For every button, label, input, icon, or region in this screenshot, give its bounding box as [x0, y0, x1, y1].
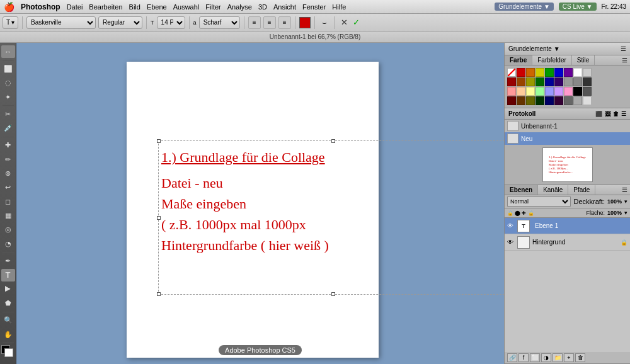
color-swatch-r3-6[interactable]	[554, 87, 563, 96]
antialiasing-select[interactable]: Scharf	[199, 16, 240, 29]
color-swatch-blue[interactable]	[554, 68, 563, 77]
color-swatch-r4-7[interactable]	[564, 96, 573, 105]
color-swatch-r4-5[interactable]	[545, 96, 554, 105]
path-select-tool[interactable]: ⯈	[1, 283, 15, 295]
panel-options-icon[interactable]: ☰	[619, 55, 630, 65]
gradient-tool[interactable]: ▦	[1, 209, 15, 222]
background-color[interactable]	[4, 348, 13, 357]
eye-icon-hintergrund[interactable]: 👁	[507, 239, 515, 246]
color-swatch-r3-3[interactable]	[526, 87, 535, 96]
cs-live-button[interactable]: CS Live ▼	[559, 3, 597, 11]
eye-icon-ebene1[interactable]: 👁	[507, 222, 515, 229]
add-mask-button[interactable]: ⬜	[530, 353, 540, 362]
quick-select-tool[interactable]: ✦	[1, 91, 15, 103]
tool-preset-button[interactable]: T ▾	[3, 16, 18, 29]
color-swatch-r4-3[interactable]	[526, 96, 535, 105]
menu-ebene[interactable]: Ebene	[147, 3, 167, 11]
protokoll-icon2[interactable]: 🖼	[605, 111, 610, 117]
tab-farbe[interactable]: Farbe	[505, 55, 532, 65]
color-swatch-r4-9[interactable]	[583, 96, 592, 105]
color-swatch-r4-2[interactable]	[517, 96, 525, 105]
link-layers-button[interactable]: 🔗	[507, 353, 517, 362]
color-swatch-r4-8[interactable]	[573, 96, 582, 105]
protokoll-item-1[interactable]: Unbenannt-1	[505, 120, 630, 132]
color-swatch-r3-7[interactable]	[564, 87, 573, 96]
zoom-tool[interactable]: 🔍	[1, 314, 15, 327]
color-swatch-yellow[interactable]	[536, 68, 544, 77]
color-swatch-darkgray[interactable]	[564, 77, 573, 86]
align-center-button[interactable]: ≡	[263, 16, 276, 29]
tab-pfade[interactable]: Pfade	[568, 185, 595, 195]
protokoll-menu[interactable]: ☰	[621, 111, 626, 117]
text-color-swatch[interactable]	[299, 17, 311, 28]
color-swatch-r3-8[interactable]	[573, 87, 582, 96]
blend-mode-select[interactable]: Normal	[507, 196, 571, 207]
color-swatch-darkgreen[interactable]	[536, 77, 544, 86]
add-style-button[interactable]: f	[518, 353, 529, 362]
protokoll-icon1[interactable]: ⬛	[595, 111, 602, 117]
color-stack[interactable]	[1, 345, 15, 359]
group-layers-button[interactable]: 📁	[553, 353, 563, 362]
protokoll-icon3[interactable]: 🗑	[613, 111, 619, 117]
color-swatch-darkyellow[interactable]	[526, 77, 535, 86]
font-style-select[interactable]: Regular	[98, 16, 142, 29]
stamp-tool[interactable]: ⊗	[1, 167, 15, 179]
color-swatch-orange[interactable]	[526, 68, 535, 77]
color-swatch-purple[interactable]	[564, 68, 573, 77]
deckkraft-chevron[interactable]: ▾	[624, 198, 627, 205]
handle-top-left[interactable]	[157, 139, 161, 143]
color-swatch-green[interactable]	[545, 68, 554, 77]
tab-stile[interactable]: Stile	[572, 55, 595, 65]
color-swatch-r4-4[interactable]	[536, 96, 544, 105]
shape-tool[interactable]: ⬟	[1, 297, 15, 309]
lasso-tool[interactable]: ◌	[1, 77, 15, 89]
menu-hilfe[interactable]: Hilfe	[332, 3, 346, 11]
crop-tool[interactable]: ✂	[1, 108, 15, 120]
color-swatch-darkred[interactable]	[507, 77, 516, 86]
text-tool[interactable]: T	[1, 269, 15, 282]
text-content-area[interactable]: 1.) Grundlage für die Collage Datei - ne…	[161, 147, 329, 256]
grundelemente-dropdown[interactable]: Grundelemente ▼	[495, 3, 554, 11]
tab-ebenen[interactable]: Ebenen	[505, 185, 538, 195]
move-tool[interactable]: ↔	[1, 45, 15, 58]
no-color-swatch[interactable]	[507, 68, 516, 77]
ebenen-menu-icon[interactable]: ☰	[619, 185, 630, 195]
color-swatch-r3-5[interactable]	[545, 87, 554, 96]
handle-bottom-left[interactable]	[157, 292, 161, 296]
menu-3d[interactable]: 3D	[258, 3, 267, 11]
eyedropper-tool[interactable]: 💉	[1, 122, 15, 134]
color-swatch-brown[interactable]	[517, 77, 525, 86]
color-swatch-darkblue[interactable]	[545, 77, 554, 86]
menu-analyse[interactable]: Analyse	[227, 3, 252, 11]
color-swatch-r3-9[interactable]	[583, 87, 592, 96]
layer-item-ebene1[interactable]: 👁 T Ebene 1	[505, 218, 630, 234]
delete-layer-button[interactable]: 🗑	[575, 353, 585, 362]
pen-tool[interactable]: ✒	[1, 254, 15, 267]
handle-bottom-middle[interactable]	[331, 292, 335, 296]
menu-auswahl[interactable]: Auswahl	[173, 3, 200, 11]
panel-menu-icon[interactable]: ☰	[621, 45, 626, 52]
font-name-select[interactable]: Baskerville	[26, 16, 96, 29]
menu-ansicht[interactable]: Ansicht	[273, 3, 296, 11]
healing-tool[interactable]: ✚	[1, 139, 15, 152]
color-swatch-black2[interactable]	[583, 77, 592, 86]
menu-filter[interactable]: Filter	[205, 3, 220, 11]
color-swatch-lightgray[interactable]	[583, 68, 592, 77]
blur-tool[interactable]: ◎	[1, 224, 15, 236]
protokoll-item-2[interactable]: Neu	[505, 132, 630, 145]
handle-top-middle[interactable]	[331, 139, 335, 143]
brush-tool[interactable]: ✏	[1, 153, 15, 166]
color-swatch-r3-1[interactable]	[507, 87, 516, 96]
menu-bearbeiten[interactable]: Bearbeiten	[89, 3, 122, 11]
align-left-button[interactable]: ≡	[248, 16, 261, 29]
tab-kanaele[interactable]: Kanäle	[538, 185, 568, 195]
color-swatch-red[interactable]	[517, 68, 525, 77]
menu-datei[interactable]: Datei	[67, 3, 83, 11]
eraser-tool[interactable]: ◻	[1, 195, 15, 208]
color-swatch-r4-6[interactable]	[554, 96, 563, 105]
new-layer-button[interactable]: +	[564, 353, 574, 362]
dodge-tool[interactable]: ◔	[1, 237, 15, 250]
color-swatch-white[interactable]	[573, 68, 582, 77]
warp-text-button[interactable]: ⌣	[319, 17, 330, 28]
adjustment-button[interactable]: ◑	[541, 353, 551, 362]
